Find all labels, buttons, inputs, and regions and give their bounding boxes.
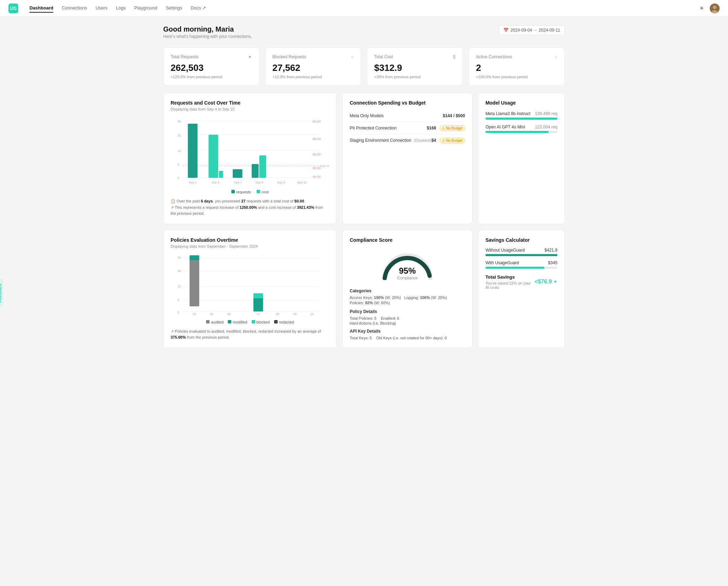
bar-04-modified <box>190 255 199 260</box>
stat-total-cost-label: Total Cost $ <box>374 54 456 60</box>
total-savings-value: <$76.9 ▼ <box>535 279 557 285</box>
svg-text:-$0.00: -$0.00 <box>312 153 321 156</box>
svg-text:20: 20 <box>178 120 181 123</box>
theme-toggle-button[interactable]: ☀ <box>699 5 704 12</box>
bar-sep6-cost <box>219 171 223 178</box>
svg-text:Sep 4: Sep 4 <box>188 181 197 184</box>
spending-staging-name: Staging Environment Connection (Disabled… <box>350 138 431 143</box>
bar-sep6-requests <box>209 135 218 178</box>
svg-text:Sep 7: Sep 7 <box>234 181 242 184</box>
compliance-score-card: Compliance Score 95% Compliance <box>342 230 472 348</box>
feedback-tab[interactable]: Feedback <box>0 279 4 307</box>
connection-spending-title: Connection Spending vs Budget <box>350 100 465 106</box>
policies-chart-subtitle: Displaying data from September - Septemb… <box>171 244 329 248</box>
svg-text:10: 10 <box>310 312 314 315</box>
savings-with-bar-bg <box>485 267 557 269</box>
spending-pii-value: $168 ⚠ No Budget <box>427 126 465 131</box>
main-content: Good morning, Maria Here's what's happen… <box>153 17 575 357</box>
policy-detail-row-1: Total Policies: 6 Enabled: 6 <box>350 316 465 320</box>
nav-logs[interactable]: Logs <box>116 4 126 13</box>
svg-text:06: 06 <box>227 312 231 315</box>
spending-meta-value: $144 / $500 <box>443 113 465 118</box>
page-title: Good morning, Maria <box>163 25 252 33</box>
no-budget-badge-pii: ⚠ No Budget <box>439 125 465 131</box>
nav-playground[interactable]: Playground <box>134 4 157 13</box>
category-row-1: Policies: 92% (W: 60%) <box>350 301 465 305</box>
svg-text:15: 15 <box>178 134 181 137</box>
active-connections-change: +100.0% from previous period <box>476 75 557 79</box>
compliance-gauge-container: 95% Compliance <box>350 248 465 280</box>
total-savings-left: Total Savings You've saved 22% on your A… <box>485 274 535 289</box>
total-requests-value: 262,503 <box>171 62 252 73</box>
compliance-score-title: Compliance Score <box>350 237 465 243</box>
stat-active-connections-label: Active Connections ↑ <box>476 54 557 60</box>
blocked-requests-icon: ○ <box>351 54 354 60</box>
requests-chart-subtitle: Displaying data from Sep 4 to Sep 10 <box>171 107 329 111</box>
svg-text:07: 07 <box>257 312 260 315</box>
legend-redacted: redacted <box>274 320 294 324</box>
chart-footer: 📋 Over the past 6 days, you processed 27… <box>171 198 329 217</box>
bar-sep7-requests <box>233 169 243 178</box>
chart-legend: requests cost <box>171 190 329 194</box>
model-meta-req: 139,499 req <box>535 111 557 116</box>
legend-requests: requests <box>231 190 251 194</box>
stat-blocked-requests: Blocked Requests ○ 27,562 +12.0% from pr… <box>265 47 361 86</box>
policy-details-title: Policy Details <box>350 309 465 314</box>
svg-text:18: 18 <box>178 269 181 272</box>
connection-spending-rows: Meta Only Models $144 / $500 PII Protect… <box>350 110 465 146</box>
svg-text:05: 05 <box>210 312 213 315</box>
spending-row-pii: PII Protected Connection $168 ⚠ No Budge… <box>350 122 465 134</box>
category-row-0: Access Keys: 100% (W: 20%) Logging: 100%… <box>350 295 465 300</box>
savings-without-bar-fill <box>485 254 557 256</box>
nav-connections[interactable]: Connections <box>62 4 87 13</box>
page-header: Good morning, Maria Here's what's happen… <box>163 25 565 39</box>
date-range[interactable]: 📅 2024-09-04 → 2024-09-11 <box>499 25 565 35</box>
savings-with-bar-fill <box>485 267 544 269</box>
chevron-down-icon: ▼ <box>553 279 557 284</box>
svg-point-1 <box>713 6 716 9</box>
bar-sep8a-requests <box>252 164 259 178</box>
nav-settings[interactable]: Settings <box>166 4 182 13</box>
stat-total-cost: Total Cost $ $312.9 +39% from previous p… <box>367 47 463 86</box>
nav-users[interactable]: Users <box>95 4 107 13</box>
svg-text:Sep 9: Sep 9 <box>277 181 285 184</box>
model-meta-name: Meta Llama3 8b instruct <box>485 111 530 116</box>
legend-modified: modified <box>228 320 247 324</box>
svg-text:12: 12 <box>178 285 181 288</box>
nav-dashboard[interactable]: Dashboard <box>29 4 53 13</box>
svg-text:5: 5 <box>178 163 179 166</box>
svg-text:08: 08 <box>276 312 279 315</box>
legend-blocked: blocked <box>252 320 270 324</box>
savings-title: Savings Calculator <box>485 237 557 243</box>
total-requests-icon: ✦ <box>248 54 252 60</box>
spending-staging-value: $4 ⚠ No Budget <box>431 138 465 143</box>
svg-text:Avg.Cost: Avg.Cost <box>320 164 330 167</box>
date-range-value: 2024-09-04 → 2024-09-11 <box>511 28 560 33</box>
svg-text:24: 24 <box>178 256 181 259</box>
model-openai-header: Open AI GPT 4o Mini 123,004 req <box>485 125 557 129</box>
requests-chart-title: Requests and Cost Over Time <box>171 100 329 106</box>
spending-row-meta: Meta Only Models $144 / $500 <box>350 110 465 122</box>
active-connections-value: 2 <box>476 62 557 73</box>
stat-cards: Total Requests ✦ 262,503 +125.0% from pr… <box>163 47 565 86</box>
bar-sep4-requests <box>188 124 198 178</box>
svg-text:0: 0 <box>178 176 179 180</box>
api-key-section: API Key Details Total Keys: 5 Old Keys (… <box>350 329 465 340</box>
avatar[interactable] <box>710 4 720 13</box>
savings-without-bar-bg <box>485 254 557 256</box>
model-openai-progress-fill <box>485 131 549 133</box>
svg-text:-$0.00: -$0.00 <box>312 120 321 123</box>
total-requests-change: +125.0% from previous period <box>171 75 252 79</box>
stat-total-requests: Total Requests ✦ 262,503 +125.0% from pr… <box>163 47 259 86</box>
bar-07-audited <box>253 298 263 311</box>
savings-calculator-card: Savings Calculator Without UsageGuard $4… <box>478 230 565 348</box>
policies-chart-title: Policies Evaluation Overtime <box>171 237 329 243</box>
model-usage-rows: Meta Llama3 8b instruct 139,499 req Open… <box>485 111 557 133</box>
svg-text:0: 0 <box>178 310 179 314</box>
nav-docs[interactable]: Docs ↗ <box>191 4 206 13</box>
policy-detail-row-2: Hard Actions (i.e. Blocking) <box>350 321 465 325</box>
savings-note: You've saved 22% on your AI costs <box>485 281 535 289</box>
requests-chart-area: 20 15 10 5 0 -$0.00 -$0.00 -$0.00 -$0.00… <box>171 117 329 187</box>
savings-with-label: With UsageGuard $345 <box>485 260 557 265</box>
spending-pii-name: PII Protected Connection <box>350 126 396 131</box>
